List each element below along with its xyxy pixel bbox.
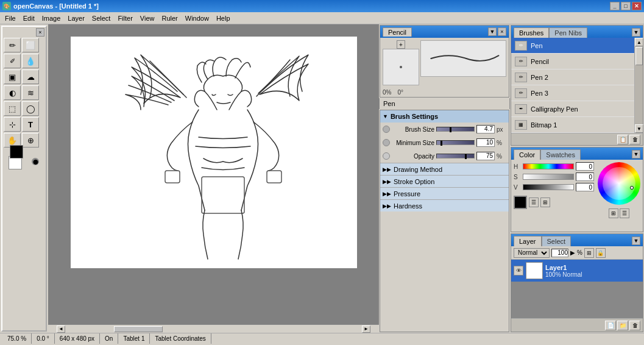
window-controls[interactable]: _ □ ✕ [610,2,642,10]
brushes-options-button[interactable]: ▼ [632,28,640,37]
menu-edit[interactable]: Edit [19,13,38,23]
color-extra-btn1[interactable]: ☰ [529,197,539,207]
color-wheel[interactable] [598,162,640,205]
brush-item-pen2[interactable]: ✏ Pen 2 [511,69,634,85]
pencil-tab[interactable]: Pencil [383,27,412,37]
min-size-slider[interactable] [436,140,475,145]
eyedropper-tool-button[interactable]: 💧 [22,54,39,68]
transform-tool-button[interactable]: ⊹ [4,117,21,132]
opacity-value[interactable]: 75 [476,152,495,160]
pen-nibs-tab[interactable]: Pen Nibs [549,27,587,38]
layer-tab[interactable]: Layer [514,236,542,246]
color-wheel-inner [603,167,635,200]
brush-settings-header[interactable]: ▼ Brush Settings [380,110,509,123]
opacity-circle[interactable] [383,152,390,160]
maximize-button[interactable]: □ [621,2,631,10]
menu-view[interactable]: View [136,13,158,23]
menu-ruler[interactable]: Ruler [158,13,182,23]
eraser-tool-button[interactable]: ⬜ [22,38,39,52]
brush-item-calligraphy[interactable]: ✒ Calligraphy Pen [511,101,634,117]
brush-preview-close-button[interactable]: ▼ [488,27,497,36]
scroll-up-button[interactable]: ▲ [635,38,643,46]
brush-add-button[interactable]: 📋 [617,135,628,144]
brush-size-value[interactable]: 4.7 [476,125,495,133]
scroll-down-button[interactable]: ▼ [635,124,643,133]
brush-delete-button[interactable]: 🗑 [629,135,640,144]
h-slider[interactable] [523,163,574,169]
dodge-tool-button[interactable]: ◐ [4,85,21,100]
brush-item-pen3[interactable]: ✏ Pen 3 [511,85,634,101]
foreground-color-swatch[interactable] [10,145,23,158]
scroll-left-button[interactable]: ◄ [57,325,65,333]
s-slider[interactable] [523,174,574,180]
brush-size-slider[interactable] [436,127,475,132]
v-slider[interactable] [523,184,574,190]
hardness-section[interactable]: ▶▶ Hardness [380,199,509,212]
menu-file[interactable]: File [1,13,19,23]
blur-tool-button[interactable]: ≋ [22,85,39,100]
stroke-option-section[interactable]: ▶▶ Stroke Option [380,175,509,187]
color-tab[interactable]: Color [514,149,540,160]
delete-layer-button[interactable]: 🗑 [629,321,640,330]
layer-opacity-input[interactable] [551,249,568,257]
min-size-value[interactable]: 10 [476,138,495,147]
folder-button[interactable]: 📁 [617,321,628,330]
menu-layer[interactable]: Layer [64,13,88,23]
brush-item-pen[interactable]: ✏ Pen [511,38,634,54]
canvas-scrollable[interactable] [48,24,379,324]
brush-item-pencil[interactable]: ✏ Pencil [511,54,634,69]
layer-options-button[interactable]: ▼ [632,237,640,245]
layer-mode-select[interactable]: Normal [514,248,550,258]
toolbox-close-button[interactable]: × [36,28,44,37]
brushes-scrollbar[interactable]: ▲ ▼ [634,38,643,133]
scroll-track[interactable] [635,46,643,124]
close-button[interactable]: ✕ [632,2,642,10]
brush-item-bitmap1[interactable]: ▦ Bitmap 1 [511,117,634,133]
drawing-method-section[interactable]: ▶▶ Drawing Method [380,163,509,175]
layer-lock-btn[interactable]: 🔒 [596,248,606,258]
swatches-tab[interactable]: Swatches [540,149,581,160]
selection-tool-button[interactable]: ⬚ [4,101,21,116]
v-input[interactable] [576,183,594,191]
zoom-tool-button[interactable]: ⊕ [22,133,39,148]
menu-select[interactable]: Select [88,13,115,23]
wheel-btn1[interactable]: ⊞ [609,208,618,218]
brush-size-circle[interactable] [383,126,390,133]
s-input[interactable] [576,172,594,181]
pressure-section[interactable]: ▶▶ Pressure [380,187,509,199]
h-input[interactable] [576,162,594,171]
wheel-btn2[interactable]: ☰ [620,208,629,218]
select-tab[interactable]: Select [542,236,571,246]
color-extra-btn2[interactable]: ⊞ [540,197,550,207]
menu-filter[interactable]: Filter [114,13,136,23]
pen-tool-button[interactable]: ✏ [4,38,21,52]
menu-window[interactable]: Window [182,13,213,23]
fill-tool-button[interactable]: ▣ [4,69,21,84]
min-size-circle[interactable] [383,139,390,146]
smudge-tool-button[interactable]: ☁ [22,69,39,84]
pencil-tool-button[interactable]: ✐ [4,54,21,68]
brushes-tab[interactable]: Brushes [514,27,549,38]
lasso-tool-button[interactable]: ◯ [22,101,39,116]
color-options-button[interactable]: ▼ [632,150,640,158]
preview-add-button[interactable]: + [397,40,405,49]
layer-opacity-arrow[interactable]: ▶ [570,249,575,256]
brush-preview-options-button[interactable]: × [498,27,506,36]
drawing-canvas[interactable] [71,37,357,268]
color-picker-dot[interactable]: ⬤ [32,158,39,165]
menu-image[interactable]: Image [38,13,65,23]
brush-settings-arrow: ▼ [383,113,388,119]
opacity-slider[interactable] [436,154,475,158]
new-layer-button[interactable]: 📄 [605,321,616,330]
scroll-thumb[interactable] [635,47,643,65]
layer-item-1[interactable]: 👁 Layer1 100% Normal [511,260,643,282]
scroll-thumb-h[interactable] [114,326,163,332]
minimize-button[interactable]: _ [610,2,620,10]
current-color-box[interactable] [514,196,527,209]
layer-blend-btn[interactable]: ⊞ [584,248,594,258]
horizontal-scrollbar[interactable]: ◄ ► [48,324,379,333]
layer-visibility-button[interactable]: 👁 [514,266,523,276]
scroll-right-button[interactable]: ► [362,325,370,333]
text-tool-button[interactable]: T [22,117,39,132]
menu-help[interactable]: Help [213,13,234,23]
